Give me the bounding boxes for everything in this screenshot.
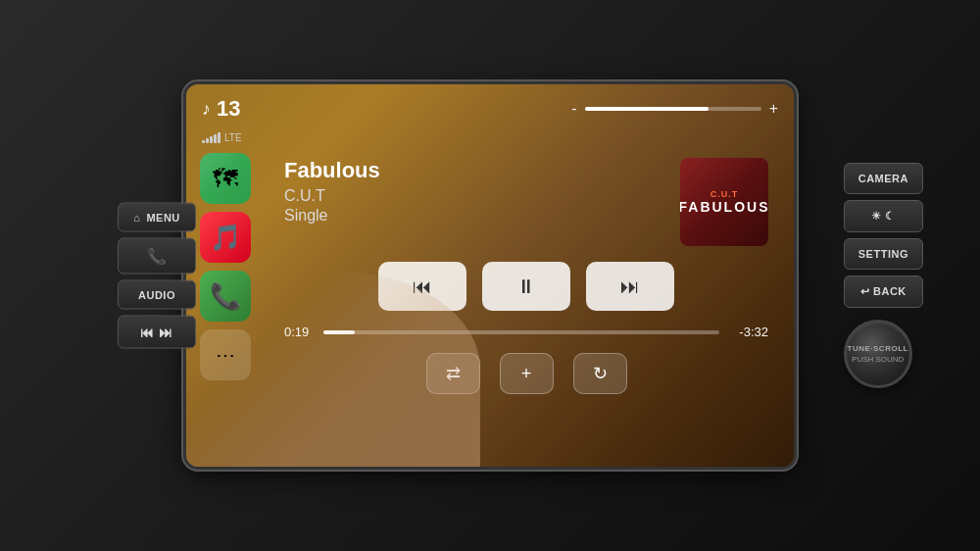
signal-bar-3: [210, 136, 213, 143]
album-label-bottom: FABULOUS: [680, 199, 768, 215]
progress-fill: [323, 330, 355, 334]
signal-bar-4: [214, 134, 217, 143]
track-number: 13: [217, 96, 240, 122]
signal-bar-5: [218, 132, 220, 143]
setting-button[interactable]: SETTING: [844, 238, 923, 270]
add-icon: +: [521, 364, 532, 384]
time-elapsed: 0:19: [284, 325, 314, 339]
shuffle-button[interactable]: ⇄: [426, 353, 480, 394]
menu-label: MENU: [146, 212, 179, 224]
lte-label: LTE: [224, 132, 242, 143]
display-button[interactable]: ☀ ☾: [844, 200, 923, 232]
tune-scroll-knob[interactable]: TUNE·SCROLL PUSH SOUND: [844, 320, 912, 388]
add-button[interactable]: +: [500, 353, 554, 394]
app-icons-panel: 🗺 🎵 📞 ⋯: [200, 153, 251, 380]
content-area: Fabulous C.U.T Single C.U.T FABULOUS ⏮ ⏸: [274, 148, 778, 451]
camera-button[interactable]: CAMERA: [844, 163, 923, 194]
pause-icon: ⏸: [516, 276, 536, 298]
menu-button[interactable]: ⌂ MENU: [118, 203, 196, 232]
back-button[interactable]: ↩ BACK: [844, 276, 923, 308]
volume-fill: [585, 107, 709, 111]
back-label: ↩ BACK: [860, 285, 906, 297]
signal-bar-1: [202, 140, 205, 143]
volume-slider[interactable]: [585, 107, 761, 111]
audio-button[interactable]: AUDIO: [118, 280, 196, 310]
album-label-top: C.U.T: [710, 189, 739, 199]
top-bar: ♪ 13 - +: [186, 96, 794, 122]
volume-bar[interactable]: - +: [571, 100, 778, 118]
song-artist: C.U.T: [284, 187, 661, 205]
time-remaining: -3:32: [729, 325, 768, 339]
progress-section: 0:19 -3:32: [274, 325, 778, 339]
fast-forward-icon: ⏭: [620, 276, 640, 298]
music-note-icon: ♪: [202, 99, 211, 120]
status-bar: LTE: [202, 131, 242, 143]
volume-minus[interactable]: -: [571, 100, 576, 118]
song-text: Fabulous C.U.T Single: [284, 158, 661, 225]
song-info: Fabulous C.U.T Single C.U.T FABULOUS: [274, 148, 778, 246]
rewind-icon: ⏮: [413, 276, 432, 298]
progress-track[interactable]: [323, 330, 719, 334]
album-art: C.U.T FABULOUS: [680, 158, 768, 246]
home-icon: ⌂: [133, 212, 140, 224]
right-control-panel: CAMERA ☀ ☾ SETTING ↩ BACK TUNE·SCROLL PU…: [844, 163, 923, 388]
phone-app-icon[interactable]: 📞: [200, 271, 251, 322]
grid-app-icon[interactable]: ⋯: [200, 329, 251, 380]
infotainment-screen: ♪ 13 - + LTE �: [186, 84, 794, 467]
maps-app-icon[interactable]: 🗺: [200, 153, 251, 204]
camera-label: CAMERA: [858, 173, 908, 184]
tune-label: TUNE·SCROLL: [848, 344, 908, 354]
fast-forward-button[interactable]: ⏭: [586, 262, 674, 311]
skip-button[interactable]: ⏮ ⏭: [118, 316, 196, 349]
shuffle-icon: ⇄: [446, 363, 461, 384]
audio-label: AUDIO: [138, 289, 175, 301]
car-background: ⌂ MENU 📞 AUDIO ⏮ ⏭ ♪ 13 - +: [0, 0, 980, 551]
song-type: Single: [284, 207, 661, 225]
push-label: PUSH SOUND: [852, 355, 904, 364]
left-control-panel: ⌂ MENU 📞 AUDIO ⏮ ⏭: [118, 203, 196, 349]
signal-bar-2: [206, 138, 209, 143]
repeat-icon: ↻: [593, 363, 608, 384]
phone-button[interactable]: 📞: [118, 238, 196, 275]
volume-plus[interactable]: +: [769, 100, 778, 118]
track-number-display: ♪ 13: [202, 96, 240, 122]
bottom-controls: ⇄ + ↻: [274, 353, 778, 394]
music-app-icon[interactable]: 🎵: [200, 212, 251, 263]
song-title: Fabulous: [284, 158, 661, 183]
signal-bars: [202, 131, 220, 143]
playback-controls: ⏮ ⏸ ⏭: [274, 262, 778, 311]
display-icon: ☀ ☾: [871, 210, 896, 222]
rewind-button[interactable]: ⏮: [378, 262, 466, 311]
setting-label: SETTING: [858, 248, 908, 260]
pause-button[interactable]: ⏸: [482, 262, 570, 311]
repeat-button[interactable]: ↻: [573, 353, 627, 394]
